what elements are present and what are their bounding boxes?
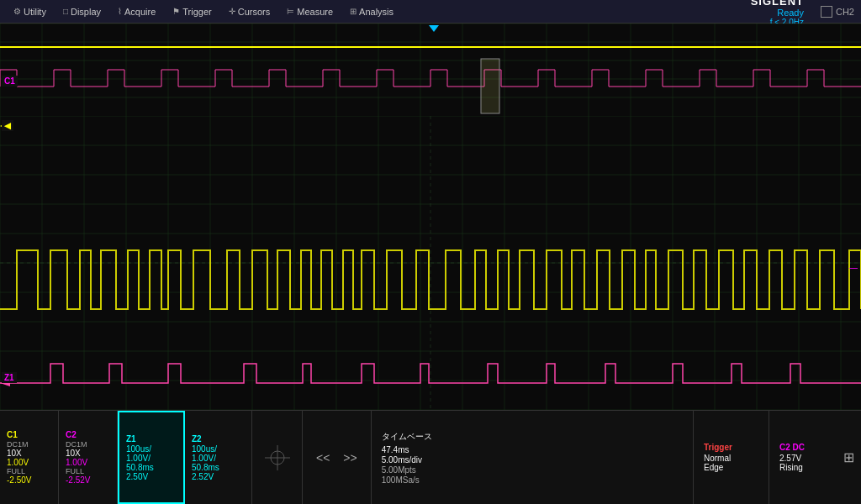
ch2-icon	[821, 6, 832, 18]
ch2-area: CH2	[821, 6, 854, 18]
ch2dc-slope: Rising	[779, 463, 827, 472]
c1-overview-label: C1	[2, 76, 18, 87]
main-waveform-panel: ◀ Z1 —	[0, 116, 861, 410]
c2-voltdiv: 1.00V	[66, 458, 110, 467]
menu-measure[interactable]: ⊨ Measure	[280, 5, 340, 18]
ch2-main-label: Z1	[2, 372, 17, 383]
status-bar: C1 DC1M 10X 1.00V FULL -2.50V C2 DC1M 10…	[0, 410, 861, 504]
menu-cursors[interactable]: ✛ Cursors	[222, 5, 277, 18]
ch2-label: CH2	[836, 7, 854, 17]
menu-utility[interactable]: ⚙ Utility	[7, 5, 53, 18]
z1-volt: 1.00V/	[126, 454, 177, 463]
z2-status: Z2 100us/ 1.00V/ 50.8ms 2.52V	[185, 411, 252, 504]
z1-timediv: 100us/	[126, 444, 177, 454]
acquire-icon: ⌇	[118, 7, 122, 16]
c2-probe: 10X	[66, 449, 110, 458]
c2-bandwidth: FULL	[66, 467, 110, 475]
display-icon: □	[63, 7, 68, 16]
timebase-label: タイムベース	[382, 431, 683, 443]
measure-icon: ⊨	[287, 7, 294, 16]
trigger-type: Edge	[704, 463, 758, 472]
trigger-section: Trigger Normal Edge	[694, 411, 769, 504]
ch2dc-volt: 2.57V	[779, 454, 827, 463]
ch2dc-section: C2 DC 2.57V Rising	[769, 411, 837, 504]
c2-offset: -2.52V	[66, 475, 110, 485]
z2-volt2: 2.52V	[192, 472, 245, 481]
overview-waveform	[0, 24, 861, 116]
utility-icon: ⚙	[13, 7, 21, 16]
cursors-icon: ✛	[229, 7, 235, 16]
c2-coupling: DC1M	[66, 440, 110, 449]
c1-status: C1 DC1M 10X 1.00V FULL -2.50V	[0, 411, 59, 504]
timebase-div: 5.00ms/div	[382, 455, 683, 465]
c1-bandwidth: FULL	[7, 467, 51, 475]
c1-header: C1	[7, 430, 51, 439]
timebase-rate: 100MSa/s	[382, 475, 683, 485]
c1-coupling: DC1M	[7, 440, 51, 449]
menu-acquire[interactable]: ⌇ Acquire	[111, 5, 162, 18]
timebase-sample: 5.00Mpts	[382, 465, 683, 475]
c2-status: C2 DC1M 10X 1.00V FULL -2.52V	[59, 411, 118, 504]
c1-offset: -2.50V	[7, 475, 51, 485]
main-waveform	[0, 116, 861, 410]
z1-volt2: 2.50V	[126, 472, 177, 481]
z1-header: Z1	[126, 434, 177, 444]
trigger-header: Trigger	[704, 443, 758, 452]
c1-voltdiv: 1.00V	[7, 458, 51, 467]
menu-display[interactable]: □ Display	[56, 5, 108, 18]
timebase-pos: 47.4ms	[382, 445, 683, 454]
trigger-mode: Normal	[704, 454, 758, 463]
c2-header: C2	[66, 430, 110, 439]
c1-probe: 10X	[7, 449, 51, 458]
brand-name: SIGLENT	[751, 0, 804, 8]
xy-indicator	[261, 441, 294, 475]
menu-bar: ⚙ Utility □ Display ⌇ Acquire ⚑ Trigger …	[0, 0, 861, 24]
xy-section	[252, 411, 303, 504]
z2-timepos: 50.8ms	[192, 463, 245, 472]
z2-volt: 1.00V/	[192, 454, 245, 463]
settings-button[interactable]: ⊞	[837, 411, 861, 504]
trigger-icon: ⚑	[172, 7, 180, 16]
brand-status: Ready	[777, 8, 804, 18]
analysis-icon: ⊞	[350, 7, 357, 16]
z1-status: Z1 100us/ 1.00V/ 50.8ms 2.50V	[118, 411, 185, 504]
z2-timediv: 100us/	[192, 444, 245, 454]
ch2dc-header: C2 DC	[779, 443, 827, 452]
ch1-main-label: ◀	[2, 120, 13, 131]
timebase-section: タイムベース 47.4ms 5.00ms/div 5.00Mpts 100MSa…	[372, 411, 694, 504]
z1-timepos: 50.8ms	[126, 463, 177, 472]
trigger-right-marker: —	[849, 263, 858, 272]
menu-analysis[interactable]: ⊞ Analysis	[343, 5, 400, 18]
nav-section: << >>	[303, 411, 372, 504]
nav-right-button[interactable]: >>	[340, 449, 360, 466]
overview-panel: C1	[0, 24, 861, 116]
nav-left-button[interactable]: <<	[313, 449, 333, 466]
menu-trigger[interactable]: ⚑ Trigger	[166, 5, 218, 18]
z2-header: Z2	[192, 434, 245, 444]
